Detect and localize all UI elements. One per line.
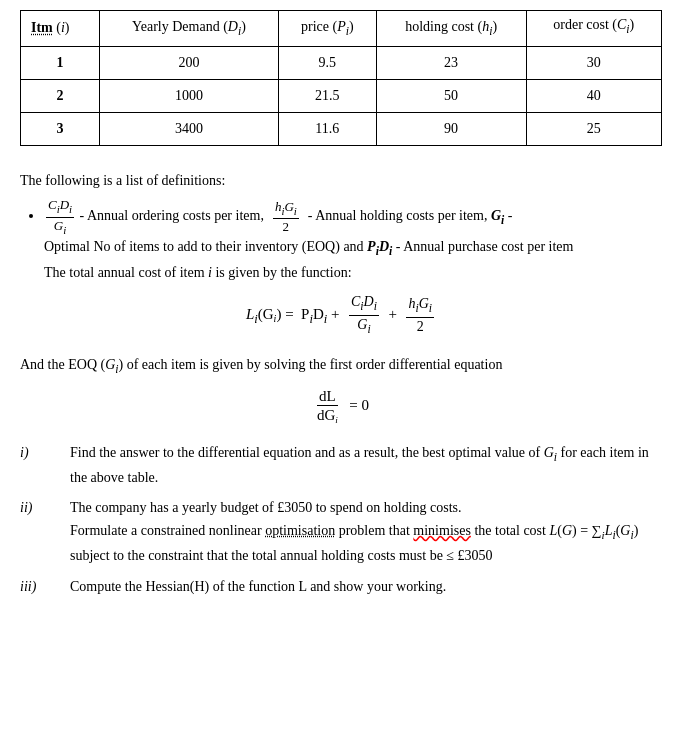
- item-i-row: i) Find the answer to the differential e…: [20, 442, 662, 490]
- main-table: Itm (i) Yearly Demand (Di) price (Pi) ho…: [20, 10, 662, 146]
- cell-order-3: 25: [526, 112, 661, 145]
- cell-order-2: 40: [526, 79, 661, 112]
- cell-order-1: 30: [526, 46, 661, 79]
- cell-holding-2: 50: [376, 79, 526, 112]
- col-header-price: price (Pi): [278, 11, 376, 47]
- cell-price-3: 11.6: [278, 112, 376, 145]
- cell-item-1: 1: [21, 46, 100, 79]
- eoq-paragraph: And the EOQ (Gi) of each item is given b…: [20, 354, 662, 379]
- col-header-holding: holding cost (hi): [376, 11, 526, 47]
- eoq-section: And the EOQ (Gi) of each item is given b…: [20, 354, 662, 379]
- item-i-label: i): [20, 442, 70, 464]
- def-item-1: CiDi Gi - Annual ordering costs per item…: [44, 198, 662, 284]
- cell-holding-3: 90: [376, 112, 526, 145]
- cell-price-2: 21.5: [278, 79, 376, 112]
- item-iii-row: iii) Compute the Hessian(H) of the funct…: [20, 576, 662, 598]
- cell-demand-2: 1000: [99, 79, 278, 112]
- col-header-demand: Yearly Demand (Di): [99, 11, 278, 47]
- definitions-intro: The following is a list of definitions:: [20, 170, 662, 192]
- def-fraction-1: CiDi Gi: [44, 208, 80, 223]
- li-formula-block: Li(Gi) = PiDi + CiDi Gi + hiGi 2: [20, 294, 662, 336]
- item-iii-label: iii): [20, 576, 70, 598]
- item-i-content: Find the answer to the differential equa…: [70, 442, 662, 490]
- cell-holding-1: 23: [376, 46, 526, 79]
- cell-price-1: 9.5: [278, 46, 376, 79]
- cell-demand-1: 200: [99, 46, 278, 79]
- table-row: 2 1000 21.5 50 40: [21, 79, 662, 112]
- cell-item-3: 3: [21, 112, 100, 145]
- definitions-section: The following is a list of definitions: …: [20, 170, 662, 337]
- cell-item-2: 2: [21, 79, 100, 112]
- cell-demand-3: 3400: [99, 112, 278, 145]
- item-ii-row: ii) The company has a yearly budget of £…: [20, 497, 662, 567]
- table-row: 3 3400 11.6 90 25: [21, 112, 662, 145]
- table-row: 1 200 9.5 23 30: [21, 46, 662, 79]
- col-header-item: Itm (i): [21, 11, 100, 47]
- col-header-order: order cost (Ci): [526, 11, 661, 47]
- item-ii-label: ii): [20, 497, 70, 519]
- dl-formula-block: dL dGi = 0: [20, 388, 662, 426]
- item-ii-content: The company has a yearly budget of £3050…: [70, 497, 662, 567]
- items-section: i) Find the answer to the differential e…: [20, 442, 662, 599]
- definitions-list: CiDi Gi - Annual ordering costs per item…: [44, 198, 662, 284]
- item-iii-content: Compute the Hessian(H) of the function L…: [70, 576, 662, 598]
